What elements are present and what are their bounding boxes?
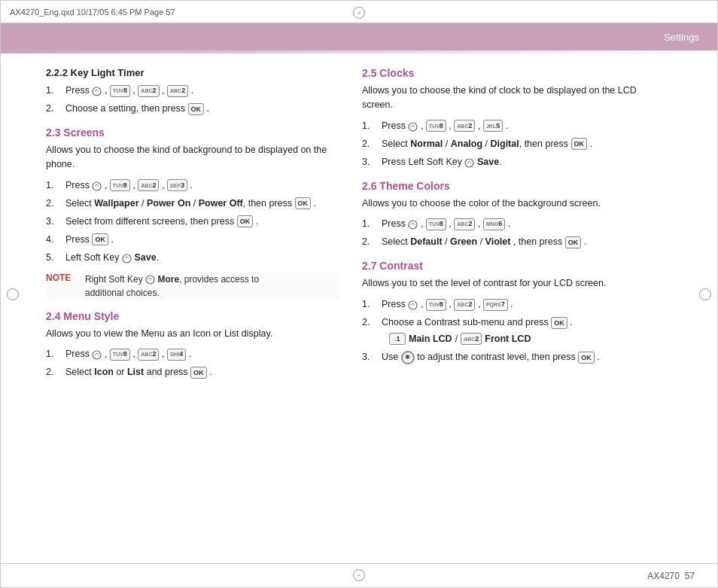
key-8tuv-26-1: TUV8: [426, 218, 446, 230]
key-4ghi-24-1: GHI4: [167, 349, 186, 361]
key-8tuv-27-1: TUV8: [426, 299, 446, 311]
section-222-title: 2.2.2 Key Light Timer: [46, 67, 339, 78]
key-ok-222-2: OK: [188, 103, 205, 115]
step-222-2: 2. Choose a setting, then press OK .: [46, 101, 339, 116]
settings-bar: Settings: [1, 23, 717, 50]
step-25-3: 3. Press Left Soft Key Save.: [362, 154, 656, 169]
key-ok-27-2: OK: [551, 317, 567, 329]
section-24-steps: 1. Press , TUV8 , ABC2 , GHI4: [46, 346, 339, 379]
main-content: 2.2.2 Key Light Timer 1. Press , TUV8: [1, 53, 717, 398]
key-3def-23-1: DEF3: [167, 179, 187, 191]
key-nav-27-3: ◉: [401, 351, 415, 364]
bottom-bar: AX4270 57: [1, 563, 717, 587]
step-25-2: 2. Select Normal / Analog / Digital, the…: [362, 136, 656, 151]
section-222-steps: 1. Press , TUV8 , ABC2 , A: [46, 83, 339, 116]
section-27-title: 2.7 Contrast: [362, 260, 656, 272]
step-27-3: 3. Use ◉ to adjust the contrast level, t…: [362, 349, 656, 364]
softkey-icon-25-1: [408, 121, 418, 131]
svg-point-6: [465, 159, 473, 167]
svg-point-1: [93, 182, 101, 190]
section-25-title: 2.5 Clocks: [362, 67, 656, 79]
step-23-3: 3. Select from different screens, then p…: [46, 214, 339, 229]
key-8tuv-222-1: TUV8: [110, 85, 130, 97]
note-label: NOTE: [46, 273, 79, 300]
section-23-title: 2.3 Screens: [46, 126, 339, 139]
step-23-4: 4. Press OK .: [46, 232, 339, 247]
softkey-icon-27-1: [408, 300, 418, 309]
key-2abc-222-1b: ABC2: [167, 85, 188, 97]
key-7pqrs-27-1: PQRS7: [483, 299, 508, 311]
step-23-2: 2. Select Wallpaper / Power On / Power O…: [46, 196, 339, 211]
key-ok-24-2: OK: [190, 367, 207, 379]
key-8tuv-25-1: TUV8: [426, 120, 446, 132]
step-222-1: 1. Press , TUV8 , ABC2 , A: [46, 83, 339, 98]
key-2abc-25-1: ABC2: [454, 120, 475, 132]
section-26-title: 2.6 Theme Colors: [362, 180, 656, 192]
key-ok-23-2: OK: [295, 197, 312, 209]
section-27: 2.7 Contrast Allows you to set the level…: [362, 260, 656, 364]
section-27-steps: 1. Press , TUV8 , ABC2 , PQRS7: [362, 297, 656, 364]
section-25-desc: Allows you to choose the kind of clock t…: [362, 84, 656, 112]
key-8tuv-23-1: TUV8: [110, 179, 130, 191]
softkey-icon-222-1: [92, 86, 102, 96]
svg-point-4: [93, 351, 101, 359]
key-ok-27-3: OK: [578, 352, 595, 364]
svg-point-0: [93, 87, 101, 96]
key-2abc-23-1: ABC2: [138, 179, 159, 191]
section-27-desc: Allows you to set the level of contrast …: [362, 276, 656, 291]
section-26: 2.6 Theme Colors Allows you to choose th…: [362, 180, 656, 250]
section-23-desc: Allows you to choose the kind of backgro…: [46, 143, 339, 172]
key-6mno-26-1: MNO6: [483, 218, 505, 230]
note-text: Right Soft Key More, provides access toa…: [85, 273, 259, 300]
svg-point-2: [123, 254, 131, 263]
key-ok-25-2: OK: [571, 138, 588, 150]
section-24: 2.4 Menu Style Allows you to view the Me…: [46, 310, 339, 380]
key-5jkl-25-1: JKL5: [483, 120, 503, 132]
key-ok-23-3: OK: [237, 215, 254, 227]
page-wrapper: + + AX4270_Eng.qxd 10/17/05 6:45 PM Page…: [0, 0, 718, 588]
softkey-icon-24-1: [92, 349, 102, 359]
footer-model: AX4270: [647, 571, 680, 581]
key-8tuv-24-1: TUV8: [110, 349, 130, 361]
key-1abc-27-sub: .1: [389, 333, 406, 345]
section-23: 2.3 Screens Allows you to choose the kin…: [46, 126, 339, 300]
step-26-2: 2. Select Default / Green / Violet , the…: [362, 234, 656, 249]
svg-point-3: [146, 276, 154, 284]
svg-point-5: [409, 123, 417, 131]
softkey-icon-25-3: [464, 157, 474, 167]
right-column: 2.5 Clocks Allows you to choose the kind…: [362, 67, 656, 390]
section-24-title: 2.4 Menu Style: [46, 310, 339, 322]
section-26-desc: Allows you to choose the color of the ba…: [362, 197, 656, 211]
section-222: 2.2.2 Key Light Timer 1. Press , TUV8: [46, 67, 339, 116]
reg-mark-top: +: [353, 7, 365, 19]
press-label-222-1: Press: [65, 85, 92, 96]
step-23-5: 5. Left Soft Key Save.: [46, 250, 339, 265]
reg-mark-right: [699, 288, 711, 300]
svg-point-7: [409, 221, 417, 229]
key-2abc-27-1: ABC2: [454, 299, 475, 311]
step-27-1: 1. Press , TUV8 , ABC2 , PQRS7: [362, 297, 656, 312]
softkey-icon-23-1: [92, 181, 102, 190]
note-box: NOTE Right Soft Key More, provides acces…: [46, 273, 339, 300]
step-25-1: 1. Press , TUV8 , ABC2 , JKL5: [362, 118, 656, 133]
key-2abc-222-1a: ABC2: [138, 85, 159, 97]
key-ok-26-2: OK: [565, 236, 582, 248]
key-2abc-26-1: ABC2: [454, 218, 475, 230]
softkey-icon-26-1: [408, 219, 418, 229]
left-column: 2.2.2 Key Light Timer 1. Press , TUV8: [46, 67, 339, 390]
step-23-1: 1. Press , TUV8 , ABC2 , DEF3: [46, 178, 339, 193]
key-2abc-24-1: ABC2: [138, 349, 159, 361]
section-24-desc: Allows you to view the Menu as an Icon o…: [46, 327, 339, 341]
reg-mark-left: [7, 288, 19, 300]
settings-label: Settings: [664, 32, 699, 43]
key-ok-23-4: OK: [92, 233, 108, 245]
step-26-1: 1. Press , TUV8 , ABC2 , MNO6: [362, 216, 656, 231]
svg-point-8: [409, 301, 417, 309]
step-24-1: 1. Press , TUV8 , ABC2 , GHI4: [46, 346, 339, 361]
section-26-steps: 1. Press , TUV8 , ABC2 , MNO6: [362, 216, 656, 249]
key-2abc-27-sub: ABC2: [461, 333, 482, 345]
softkey-icon-23-5: [122, 253, 132, 263]
section-25-steps: 1. Press , TUV8 , ABC2 , JKL5: [362, 118, 656, 169]
step-24-2: 2. Select Icon or List and press OK .: [46, 364, 339, 379]
step-27-2: 2. Choose a Contrast sub-menu and press …: [362, 315, 656, 346]
